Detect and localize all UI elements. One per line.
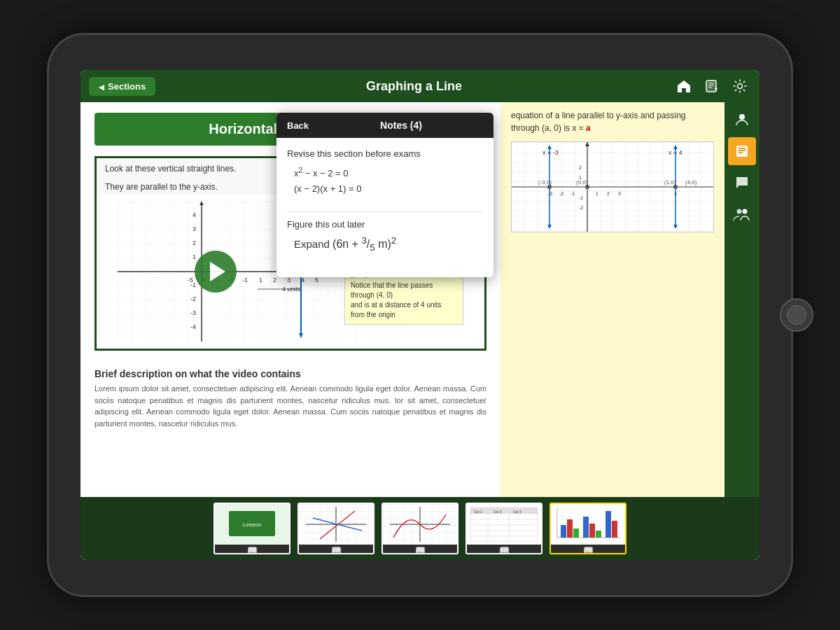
- svg-text:1: 1: [259, 276, 262, 284]
- svg-text:2: 2: [579, 165, 582, 170]
- thumbnail-3[interactable]: 📖: [382, 503, 458, 554]
- note-figure-label: Figure this out later: [287, 219, 483, 230]
- expand-expression: (6n + 3/5 m)2: [332, 238, 396, 250]
- svg-rect-0: [706, 80, 716, 92]
- highlight-a: a: [586, 123, 591, 133]
- thumb-5-book-icon: 📖: [583, 545, 594, 554]
- svg-text:(-3,0): (-3,0): [538, 179, 552, 186]
- svg-text:5: 5: [315, 276, 318, 284]
- thumbnail-1[interactable]: Lesson 📖: [214, 503, 290, 554]
- thumb-5-bar: 📖: [551, 545, 625, 554]
- thumb-1-svg: Lesson: [215, 504, 289, 545]
- yellow-graph: x = -3 x = 4 (-3,0) (0,0) (1,0) (4,0): [511, 141, 714, 232]
- thumb-3-book-icon: 📖: [415, 545, 426, 554]
- sections-button[interactable]: Sections: [89, 77, 155, 96]
- thumb-4-book-icon: 📖: [499, 545, 510, 554]
- svg-rect-67: [736, 146, 748, 157]
- svg-text:Col 2: Col 2: [493, 510, 502, 514]
- svg-text:-1: -1: [579, 195, 583, 200]
- svg-text:1: 1: [596, 191, 598, 196]
- svg-text:x = 4: x = 4: [668, 149, 682, 156]
- sidebar-icon-profile[interactable]: [728, 106, 756, 134]
- thumb-3-bar: 📖: [383, 545, 457, 554]
- page-title: Graphing a Line: [155, 79, 673, 94]
- sidebar-icon-people[interactable]: [728, 200, 756, 228]
- sidebar-icon-notes[interactable]: [728, 137, 756, 165]
- note-item-2: Figure this out later Expand (6n + 3/5 m…: [287, 219, 483, 253]
- thumb-5-svg: [554, 504, 622, 542]
- home-button-inner: [787, 305, 806, 325]
- annotation-line4: and is at a distance of 4 units from the…: [351, 300, 457, 320]
- svg-rect-108: [573, 528, 579, 538]
- home-button[interactable]: [673, 75, 695, 97]
- svg-text:2: 2: [607, 191, 610, 196]
- svg-text:Col 3: Col 3: [513, 510, 522, 514]
- svg-rect-112: [606, 511, 611, 538]
- tablet-screen: Sections Graphing a Line: [80, 70, 760, 560]
- svg-point-4: [738, 84, 743, 89]
- yellow-panel-text: equation of a line parallel to y-axis an…: [511, 109, 714, 134]
- svg-text:-3: -3: [190, 309, 196, 316]
- svg-text:3: 3: [192, 225, 196, 232]
- yellow-graph-svg: x = -3 x = 4 (-3,0) (0,0) (1,0) (4,0): [512, 142, 714, 232]
- yellow-panel: equation of a line parallel to y-axis an…: [500, 102, 724, 497]
- svg-text:-2: -2: [190, 295, 196, 302]
- note-revise-label: Revise this section before exams: [287, 148, 483, 159]
- thumbnail-2[interactable]: 📖: [298, 503, 374, 554]
- notes-back-button[interactable]: Back: [287, 120, 309, 131]
- notes-title: Notes (4): [380, 120, 422, 131]
- nav-bar: Sections Graphing a Line: [80, 70, 760, 102]
- svg-text:4: 4: [192, 211, 196, 218]
- svg-text:-3: -3: [548, 191, 552, 196]
- svg-text:3: 3: [618, 191, 621, 196]
- settings-button[interactable]: [729, 75, 751, 97]
- home-button-hardware[interactable]: [780, 298, 813, 332]
- thumb-2-preview: [299, 504, 373, 545]
- svg-text:x = -3: x = -3: [542, 149, 559, 156]
- svg-text:-2: -2: [559, 191, 564, 196]
- notes-header: Back Notes (4): [276, 113, 493, 138]
- svg-text:Col 1: Col 1: [474, 510, 482, 514]
- svg-text:4: 4: [674, 191, 677, 196]
- svg-text:3: 3: [287, 276, 290, 284]
- sidebar-icon-chat[interactable]: [728, 169, 756, 197]
- thumb-2-bar: 📖: [299, 545, 373, 554]
- note-expand-math: Expand (6n + 3/5 m)2: [287, 235, 483, 253]
- svg-text:-1: -1: [242, 276, 248, 284]
- video-description-title: Brief description on what the video cont…: [80, 361, 500, 383]
- thumb-3-preview: [383, 504, 457, 545]
- svg-rect-113: [612, 521, 617, 538]
- svg-rect-109: [583, 517, 589, 538]
- svg-rect-106: [561, 525, 566, 538]
- svg-text:-4: -4: [190, 323, 196, 330]
- thumb-4-bar: 📖: [467, 545, 541, 554]
- thumb-4-svg: Col 1 Col 2 Col 3: [467, 504, 541, 545]
- edit-button[interactable]: [701, 75, 723, 97]
- thumb-2-svg: [299, 504, 373, 545]
- thumb-3-svg: [383, 504, 457, 545]
- svg-point-66: [739, 114, 745, 120]
- svg-text:1: 1: [192, 253, 196, 260]
- play-button[interactable]: [195, 251, 237, 293]
- right-sidebar: [724, 102, 760, 497]
- svg-rect-107: [567, 519, 573, 538]
- svg-text:2: 2: [192, 239, 196, 246]
- thumb-1-bar: 📖: [215, 545, 289, 554]
- note-divider: [287, 211, 483, 212]
- svg-text:-1: -1: [190, 281, 196, 288]
- svg-rect-111: [596, 531, 601, 538]
- notes-body: Revise this section before exams x2 − x …: [276, 138, 493, 277]
- svg-text:2: 2: [273, 276, 276, 284]
- svg-text:-1: -1: [570, 191, 575, 196]
- note-item-1: Revise this section before exams x2 − x …: [287, 148, 483, 197]
- svg-text:(0,0): (0,0): [576, 179, 588, 186]
- svg-text:(1,0): (1,0): [664, 179, 676, 186]
- svg-point-71: [737, 209, 742, 214]
- svg-text:(4,0): (4,0): [685, 179, 697, 186]
- thumb-5-chart: [551, 504, 625, 545]
- thumb-1-preview: Lesson: [215, 504, 289, 545]
- thumbnail-4[interactable]: Col 1 Col 2 Col 3 📖: [465, 503, 542, 554]
- video-description-body: Lorem ipsum dolor sit amet, consectetuer…: [80, 383, 500, 440]
- thumb-1-book-icon: 📖: [247, 545, 258, 554]
- thumbnail-5[interactable]: 📖: [550, 503, 626, 554]
